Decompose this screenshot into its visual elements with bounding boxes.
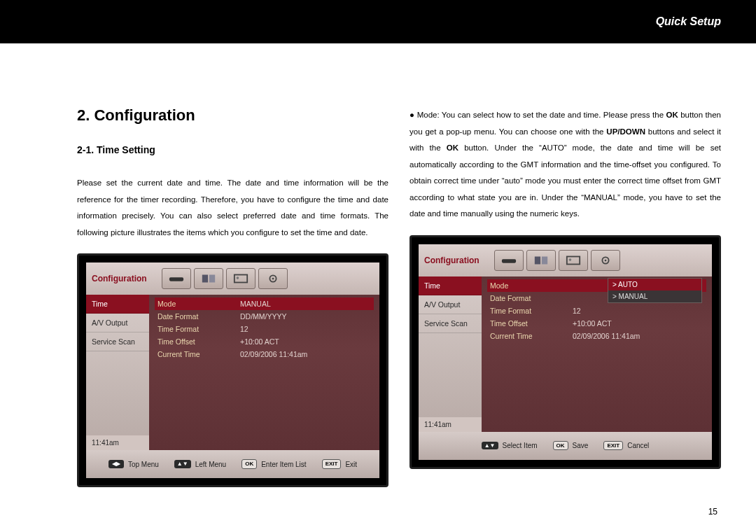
screenshot-time-setting: Configuration Time A/V Output Service Sc…: [77, 253, 388, 487]
tv2-sidebar: Time A/V Output Service Scan 11:41am: [419, 276, 482, 432]
svg-rect-7: [502, 259, 516, 263]
mode-popup[interactable]: > AUTO > MANUAL: [608, 278, 702, 303]
key-icon: OK: [241, 459, 257, 469]
footer-hint-label: Select Item: [503, 442, 538, 449]
key-icon: ▲▼: [482, 442, 498, 450]
footer-hint: OKEnter Item List: [241, 459, 306, 469]
tv-clock: 11:41am: [86, 435, 149, 450]
row-time-format[interactable]: Time Format12: [155, 323, 374, 335]
popup-option-manual[interactable]: > MANUAL: [608, 290, 701, 302]
key-icon: OK: [553, 441, 568, 451]
svg-rect-1: [202, 275, 208, 283]
screenshot-mode-popup: Configuration Time A/V Output Service Sc…: [410, 235, 721, 469]
footer-hint: EXITExit: [322, 459, 357, 469]
tv2-settings-list: Mode Date Format Time Format12 Time Offs…: [482, 276, 712, 432]
page-header: Quick Setup: [0, 0, 756, 43]
svg-rect-0: [169, 277, 183, 281]
footer-hint: OKSave: [553, 441, 589, 451]
key-icon: ▲▼: [174, 460, 191, 468]
footer-hint-label: Left Menu: [195, 461, 226, 468]
tv-sidebar: Time A/V Output Service Scan 11:41am: [86, 295, 149, 450]
popup-option-auto[interactable]: > AUTO: [608, 279, 701, 290]
gear-icon: [591, 250, 620, 271]
tv-title: Configuration: [92, 274, 155, 284]
sidebar-item-scan[interactable]: Service Scan: [86, 332, 149, 351]
row-time-offset[interactable]: Time Offset+10:00 ACT: [487, 317, 706, 330]
tools-icon: [194, 268, 223, 289]
row-current-time[interactable]: Current Time02/09/2006 11:41am: [155, 348, 374, 360]
svg-point-4: [237, 277, 239, 280]
footer-hint-label: Exit: [345, 461, 357, 468]
key-icon: ◀▶: [108, 460, 124, 468]
page-header-title: Quick Setup: [656, 15, 721, 28]
sidebar-item-scan[interactable]: Service Scan: [419, 314, 482, 333]
row-time-offset[interactable]: Time Offset+10:00 ACT: [155, 335, 374, 348]
svg-point-11: [569, 258, 572, 261]
footer-hint: ▲▼Left Menu: [174, 460, 226, 468]
picture-icon: [559, 250, 588, 271]
footer-hint-label: Save: [573, 442, 589, 449]
row-mode[interactable]: ModeMANUAL: [155, 298, 374, 310]
row-current-time[interactable]: Current Time02/09/2006 11:41am: [487, 330, 706, 342]
key-icon: EXIT: [322, 459, 342, 469]
picture-icon: [226, 268, 255, 289]
sidebar-item-av[interactable]: A/V Output: [86, 314, 149, 332]
sidebar-item-time[interactable]: Time: [419, 276, 482, 295]
tv2-clock: 11:41am: [419, 417, 482, 432]
mode-paragraph: ● Mode: You can select how to set the da…: [410, 107, 721, 223]
subsection-heading: 2-1. Time Setting: [77, 144, 388, 155]
svg-rect-8: [535, 256, 540, 264]
tools-icon: [526, 250, 556, 271]
stb-icon: [494, 250, 524, 271]
svg-rect-3: [234, 275, 247, 283]
footer-hint-label: Enter Item List: [261, 461, 306, 468]
sidebar-item-time[interactable]: Time: [86, 295, 149, 314]
svg-rect-2: [209, 275, 215, 283]
section-heading: 2. Configuration: [77, 106, 388, 125]
footer-hint: EXITCancel: [603, 441, 649, 451]
tv-footer: ◀▶Top Menu▲▼Left MenuOKEnter Item ListEX…: [86, 450, 379, 478]
svg-point-6: [272, 278, 274, 280]
svg-rect-10: [567, 256, 580, 264]
row-time-format[interactable]: Time Format12: [487, 304, 706, 317]
key-icon: EXIT: [603, 441, 623, 451]
footer-hint: ▲▼Select Item: [482, 442, 538, 450]
tv-header: Configuration: [86, 262, 379, 295]
tv2-header: Configuration: [419, 244, 712, 276]
svg-point-13: [605, 260, 607, 262]
page-number: 15: [708, 507, 718, 517]
tv2-title: Configuration: [424, 255, 487, 265]
footer-hint-label: Top Menu: [128, 461, 159, 468]
footer-hint-label: Cancel: [627, 442, 649, 449]
gear-icon: [258, 268, 288, 289]
tv-settings-list: ModeMANUAL Date FormatDD/MM/YYYY Time Fo…: [149, 295, 379, 450]
footer-hint: ◀▶Top Menu: [108, 460, 159, 468]
intro-paragraph: Please set the current date and time. Th…: [77, 175, 388, 241]
row-date-format[interactable]: Date FormatDD/MM/YYYY: [155, 310, 374, 323]
tv2-footer: ▲▼Select ItemOKSaveEXITCancel: [419, 432, 712, 460]
sidebar-item-av[interactable]: A/V Output: [419, 295, 482, 314]
stb-icon: [162, 268, 191, 289]
svg-rect-9: [542, 256, 547, 264]
